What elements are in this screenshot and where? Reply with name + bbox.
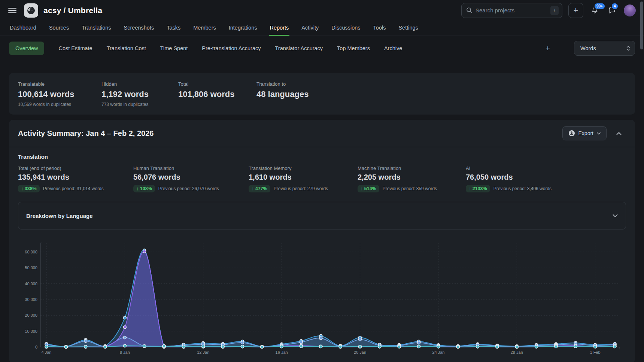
metric-label: AI <box>466 165 626 171</box>
report-tabs: OverviewCost EstimateTranslation CostTim… <box>9 42 402 55</box>
metric-previous-period: Previous period: 279 words <box>274 186 328 191</box>
metric-label: Translation Memory <box>249 165 358 171</box>
stat-subtext: 10,569 words in duplicates <box>18 102 101 107</box>
svg-text:60 000: 60 000 <box>25 250 37 254</box>
translation-section-title: Translation <box>18 153 626 160</box>
stat-value: 1,192 words <box>101 89 178 99</box>
metric-change-badge: ↑ 2133% <box>466 185 490 192</box>
activity-summary-title: Activity Summary: Jan 4 – Feb 2, 2026 <box>18 129 154 138</box>
breakdown-label: Breakdown by Language <box>26 213 93 219</box>
notifications-button[interactable]: 99+ <box>589 4 601 17</box>
tab-integrations[interactable]: Integrations <box>228 21 258 36</box>
collapse-section-button[interactable] <box>616 132 622 135</box>
activity-summary-header: Activity Summary: Jan 4 – Feb 2, 2026 Ex… <box>9 120 635 147</box>
report-tab-translator-accuracy[interactable]: Translator Accuracy <box>275 42 323 55</box>
unit-select-value: Words <box>580 45 596 51</box>
svg-text:30 000: 30 000 <box>25 297 37 302</box>
svg-text:16 Jan: 16 Jan <box>276 350 288 355</box>
report-tab-translation-cost[interactable]: Translation Cost <box>107 42 146 55</box>
translation-metrics: Total (end of period)135,941 words↑ 338%… <box>18 165 626 192</box>
download-icon <box>568 130 575 137</box>
stat-translation-to: Translation to48 languages <box>256 81 626 107</box>
reports-subnav: OverviewCost EstimateTranslation CostTim… <box>0 36 644 60</box>
svg-text:8 Jan: 8 Jan <box>120 350 130 355</box>
svg-text:20 Jan: 20 Jan <box>354 350 366 355</box>
metric-machine-translation: Machine Translation2,205 words↑ 514%Prev… <box>358 165 466 192</box>
metric-change-badge: ↑ 108% <box>133 185 155 192</box>
svg-text:0: 0 <box>35 345 37 349</box>
metric-total-end-of-period: Total (end of period)135,941 words↑ 338%… <box>18 165 133 192</box>
tab-settings[interactable]: Settings <box>398 21 419 36</box>
svg-text:50 000: 50 000 <box>25 265 37 270</box>
metric-change-badge: ↑ 338% <box>18 185 40 192</box>
translation-section: Translation Total (end of period)135,941… <box>9 147 635 192</box>
stat-value: 101,806 words <box>178 89 256 99</box>
metric-human-translation: Human Translation56,076 words↑ 108%Previ… <box>133 165 249 192</box>
svg-text:24 Jan: 24 Jan <box>432 350 444 355</box>
metric-value: 135,941 words <box>18 173 133 182</box>
stat-value: 100,614 words <box>18 89 101 99</box>
activity-summary-card: Activity Summary: Jan 4 – Feb 2, 2026 Ex… <box>9 120 635 362</box>
stat-label: Translation to <box>256 81 626 87</box>
tab-discussions[interactable]: Discussions <box>331 21 361 36</box>
tab-dashboard[interactable]: Dashboard <box>9 21 37 36</box>
tab-reports[interactable]: Reports <box>269 21 290 36</box>
metric-translation-memory: Translation Memory1,610 words↑ 477%Previ… <box>249 165 358 192</box>
select-arrows-icon <box>626 45 630 51</box>
menu-icon[interactable] <box>8 8 16 13</box>
report-tab-archive[interactable]: Archive <box>384 42 402 55</box>
report-tab-top-members[interactable]: Top Members <box>337 42 370 55</box>
caret-down-icon <box>597 132 601 135</box>
tab-translations[interactable]: Translations <box>81 21 112 36</box>
tab-screenshots[interactable]: Screenshots <box>123 21 155 36</box>
tab-tasks[interactable]: Tasks <box>166 21 181 36</box>
metric-value: 2,205 words <box>358 173 466 182</box>
user-avatar[interactable] <box>624 4 636 16</box>
stat-total: Total101,806 words <box>178 81 256 107</box>
scrollbar-thumb[interactable] <box>640 1 643 49</box>
messages-badge: 4 <box>611 3 619 10</box>
top-bar: acsy / Umbrella / + 99+ 4 <box>0 0 644 21</box>
stat-translatable: Translatable100,614 words10,569 words in… <box>18 81 101 107</box>
project-words-summary-card: Translatable100,614 words10,569 words in… <box>9 73 635 115</box>
project-nav: DashboardSourcesTranslationsScreenshotsT… <box>0 21 644 36</box>
svg-text:10 000: 10 000 <box>25 329 37 334</box>
tab-activity[interactable]: Activity <box>301 21 319 36</box>
export-label: Export <box>578 130 593 136</box>
create-button[interactable]: + <box>568 3 583 18</box>
stat-label: Total <box>178 81 256 87</box>
metric-label: Machine Translation <box>358 165 466 171</box>
metric-value: 76,050 words <box>466 173 626 182</box>
report-tab-time-spent[interactable]: Time Spent <box>160 42 188 55</box>
stat-value: 48 languages <box>256 89 626 99</box>
stat-hidden: Hidden1,192 words773 words in duplicates <box>101 81 178 107</box>
tab-tools[interactable]: Tools <box>373 21 387 36</box>
chevron-up-icon <box>616 132 622 135</box>
tab-sources[interactable]: Sources <box>48 21 70 36</box>
plus-icon: + <box>574 6 578 15</box>
svg-text:4 Jan: 4 Jan <box>42 350 52 355</box>
app-logo-icon[interactable] <box>24 3 38 18</box>
messages-button[interactable]: 4 <box>606 4 618 17</box>
metric-previous-period: Previous period: 31,014 words <box>43 186 104 191</box>
report-tab-overview[interactable]: Overview <box>9 42 44 55</box>
tab-members[interactable]: Members <box>192 21 216 36</box>
export-button[interactable]: Export <box>562 126 607 140</box>
metric-value: 1,610 words <box>249 173 358 182</box>
svg-text:1 Feb: 1 Feb <box>590 350 601 355</box>
notifications-badge: 99+ <box>594 3 605 10</box>
project-breadcrumb: acsy / Umbrella <box>43 6 102 15</box>
svg-text:12 Jan: 12 Jan <box>197 350 209 355</box>
stat-label: Hidden <box>101 81 178 87</box>
search-input[interactable] <box>476 7 547 13</box>
metric-value: 56,076 words <box>133 173 249 182</box>
add-report-button[interactable]: + <box>546 44 550 53</box>
metric-previous-period: Previous period: 359 words <box>383 186 437 191</box>
search-box[interactable]: / <box>461 3 562 18</box>
unit-select[interactable]: Words <box>574 41 635 56</box>
breakdown-by-language-panel[interactable]: Breakdown by Language <box>18 202 626 229</box>
report-tab-cost-estimate[interactable]: Cost Estimate <box>58 42 92 55</box>
report-tab-pre-translation-accuracy[interactable]: Pre-translation Accuracy <box>202 42 261 55</box>
scrollbar-track[interactable] <box>640 1 643 361</box>
svg-text:28 Jan: 28 Jan <box>511 350 523 355</box>
